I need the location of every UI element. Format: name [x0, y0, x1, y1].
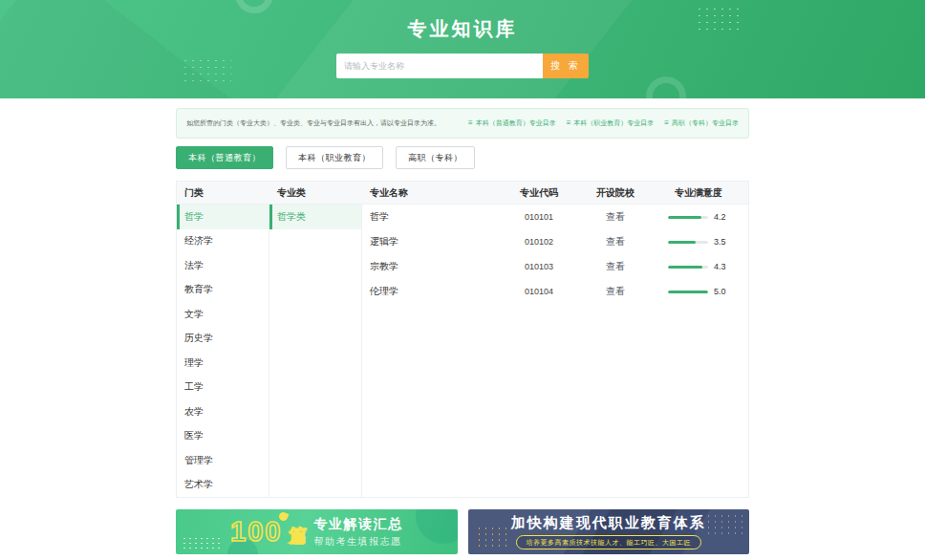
satisfaction-bar-fill	[668, 241, 696, 244]
dot-grid	[182, 536, 220, 549]
tab-0[interactable]: 本科（普通教育）	[176, 146, 273, 169]
tab-1[interactable]: 本科（职业教育）	[286, 146, 383, 169]
catalog-link-label: 本科（普通教育）专业目录	[476, 118, 556, 128]
notice-text: 如您所查的门类（专业大类）、专业类、专业与专业目录有出入，请以专业目录为准。	[186, 118, 441, 128]
major-code: 010102	[496, 237, 582, 247]
satisfaction-bar	[668, 216, 708, 219]
banner-major-guides[interactable]: 100 篇 专业解读汇总 帮助考生填报志愿	[176, 509, 458, 554]
major-name: 哲学	[362, 210, 496, 224]
category-item[interactable]: 哲学	[177, 205, 269, 229]
satisfaction-bar	[668, 266, 708, 269]
decorative-circle	[416, 509, 458, 544]
category-item[interactable]: 教育学	[177, 278, 269, 303]
banner-count: 100	[230, 518, 282, 546]
major-rows: 哲学010101查看4.2逻辑学010102查看3.5宗教学010103查看4.…	[362, 205, 748, 497]
col-header-major-name: 专业名称	[362, 186, 496, 200]
category-item[interactable]: 医学	[177, 424, 269, 449]
satisfaction-cell: 3.5	[649, 237, 748, 247]
category-item[interactable]: 艺术学	[177, 473, 269, 498]
table-row: 逻辑学010102查看3.5	[362, 229, 748, 254]
dot-grid	[705, 513, 743, 536]
col-header-major-code: 专业代码	[496, 186, 582, 200]
banner-vocational-education[interactable]: 加快构建现代职业教育体系 培养更多高素质技术技能人才、能工巧匠、大国工匠	[468, 509, 750, 554]
satisfaction-bar-fill	[668, 266, 702, 269]
subcategory-list: 哲学类	[269, 205, 362, 497]
category-item[interactable]: 经济学	[177, 229, 269, 254]
catalog-link-2[interactable]: ≡高职（专科）专业目录	[664, 118, 739, 128]
major-name: 逻辑学	[362, 235, 496, 248]
banner-left-title: 专业解读汇总	[313, 516, 402, 533]
footer-banners: 100 篇 专业解读汇总 帮助考生填报志愿 加快构建现代职业教育体系 培养更多高…	[176, 509, 749, 554]
list-icon: ≡	[664, 119, 669, 127]
search-button[interactable]: 搜 索	[543, 54, 589, 78]
catalog-links: ≡本科（普通教育）专业目录≡本科（职业教育）专业目录≡高职（专科）专业目录	[468, 118, 739, 128]
satisfaction-bar	[668, 241, 708, 244]
table-header-row: 门类 专业类 专业名称 专业代码 开设院校 专业满意度	[177, 182, 748, 205]
table-row: 宗教学010103查看4.3	[362, 254, 748, 279]
table-row: 伦理学010104查看5.0	[362, 279, 748, 304]
dot-grid-orange	[476, 526, 508, 547]
banner-left-text: 专业解读汇总 帮助考生填报志愿	[313, 516, 402, 549]
col-header-subcategory: 专业类	[269, 186, 362, 200]
page-title: 专业知识库	[0, 0, 925, 42]
view-colleges-link[interactable]: 查看	[582, 235, 649, 248]
category-item[interactable]: 文学	[177, 302, 269, 327]
major-code: 010103	[496, 262, 582, 271]
satisfaction-bar	[668, 291, 708, 293]
banner-left-subtitle: 帮助考生填报志愿	[313, 535, 402, 549]
satisfaction-cell: 4.3	[649, 262, 748, 271]
satisfaction-cell: 5.0	[649, 287, 748, 296]
satisfaction-value: 4.2	[714, 212, 729, 222]
col-header-colleges: 开设院校	[582, 186, 649, 200]
major-code: 010101	[496, 212, 582, 222]
subcategory-item[interactable]: 哲学类	[269, 205, 361, 229]
list-icon: ≡	[567, 119, 571, 127]
category-item[interactable]: 农学	[177, 399, 269, 424]
view-colleges-link[interactable]: 查看	[582, 260, 649, 273]
education-level-tabs: 本科（普通教育）本科（职业教育）高职（专科）	[176, 146, 749, 169]
category-item[interactable]: 历史学	[177, 327, 269, 352]
notice-bar: 如您所查的门类（专业大类）、专业类、专业与专业目录有出入，请以专业目录为准。 ≡…	[176, 108, 749, 139]
satisfaction-cell: 4.2	[649, 212, 748, 222]
banner-right-slogan: 培养更多高素质技术技能人才、能工巧匠、大国工匠	[516, 535, 702, 549]
header-banner: 专业知识库 搜 索	[0, 0, 925, 98]
category-item[interactable]: 理学	[177, 351, 269, 376]
category-item[interactable]: 工学	[177, 376, 269, 400]
catalog-link-1[interactable]: ≡本科（职业教育）专业目录	[567, 118, 655, 128]
tab-2[interactable]: 高职（专科）	[396, 146, 475, 169]
view-colleges-link[interactable]: 查看	[582, 285, 649, 298]
catalog-link-label: 高职（专科）专业目录	[672, 118, 739, 128]
satisfaction-bar-fill	[668, 216, 701, 219]
satisfaction-value: 4.3	[714, 262, 729, 271]
major-name: 宗教学	[362, 260, 496, 273]
banner-right-title: 加快构建现代职业教育体系	[511, 514, 706, 532]
majors-table: 门类 专业类 专业名称 专业代码 开设院校 专业满意度 哲学经济学法学教育学文学…	[176, 181, 749, 498]
table-body: 哲学经济学法学教育学文学历史学理学工学农学医学管理学艺术学 哲学类 哲学0101…	[177, 205, 748, 497]
banner-count-unit: 篇	[289, 527, 307, 545]
col-header-satisfaction: 专业满意度	[649, 186, 748, 200]
category-list: 哲学经济学法学教育学文学历史学理学工学农学医学管理学艺术学	[177, 205, 269, 497]
col-header-category: 门类	[177, 186, 269, 200]
view-colleges-link[interactable]: 查看	[582, 210, 649, 224]
list-icon: ≡	[468, 119, 473, 127]
decorative-ring-bottom	[646, 76, 686, 98]
category-item[interactable]: 管理学	[177, 448, 269, 473]
catalog-link-label: 本科（职业教育）专业目录	[573, 118, 654, 128]
satisfaction-value: 3.5	[714, 237, 729, 247]
major-name: 伦理学	[362, 285, 496, 298]
satisfaction-bar-fill	[668, 291, 708, 293]
satisfaction-value: 5.0	[714, 287, 729, 296]
search-input[interactable]	[336, 54, 543, 78]
major-code: 010104	[496, 287, 582, 296]
catalog-link-0[interactable]: ≡本科（普通教育）专业目录	[468, 118, 556, 128]
table-row: 哲学010101查看4.2	[362, 205, 748, 229]
search-bar: 搜 索	[0, 54, 925, 78]
category-item[interactable]: 法学	[177, 253, 269, 278]
